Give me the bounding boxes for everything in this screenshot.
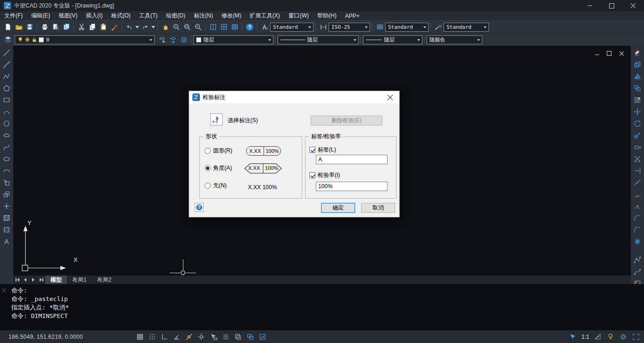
- zoom-window-icon[interactable]: [182, 22, 192, 33]
- linetype-select[interactable]: 随层: [278, 35, 359, 44]
- doc-close-button[interactable]: [618, 50, 625, 57]
- rectangle-tool-icon[interactable]: [2, 96, 11, 104]
- break-at-point-tool-icon[interactable]: [633, 179, 642, 186]
- line-tool-icon[interactable]: [2, 49, 11, 57]
- mtext-tool-icon[interactable]: [2, 238, 11, 245]
- minimize-button[interactable]: [579, 0, 601, 11]
- doc-restore-button[interactable]: [605, 50, 613, 57]
- edit-spline-tool-icon[interactable]: [633, 268, 642, 276]
- annotation-visibility-icon[interactable]: [569, 333, 577, 341]
- isolate-objects-icon[interactable]: [606, 333, 615, 341]
- save-icon[interactable]: [24, 22, 35, 33]
- paste-icon[interactable]: [98, 22, 108, 33]
- offset-tool-icon[interactable]: [633, 84, 642, 92]
- dim-style-select[interactable]: ISO-25: [329, 23, 370, 32]
- mirror-tool-icon[interactable]: [633, 73, 642, 80]
- selection-cycling-toggle-icon[interactable]: [246, 333, 255, 341]
- lineweight-select[interactable]: 随层: [363, 35, 422, 44]
- label-checkbox-row[interactable]: 标签(L): [309, 146, 336, 154]
- circle-tool-icon[interactable]: [2, 120, 11, 127]
- print-preview-icon[interactable]: [50, 22, 61, 33]
- array-tool-icon[interactable]: [633, 96, 642, 104]
- plot-style-select[interactable]: 随颜色: [427, 35, 482, 44]
- extend-tool-icon[interactable]: [633, 167, 642, 175]
- chamfer-tool-icon[interactable]: [633, 214, 642, 222]
- angular-radio[interactable]: [205, 165, 211, 171]
- rate-checkbox[interactable]: [309, 172, 315, 178]
- menu-view[interactable]: 视图(V): [54, 11, 82, 20]
- layer-properties-icon[interactable]: [2, 34, 13, 45]
- menu-app-plus[interactable]: APP+: [341, 11, 364, 20]
- revision-cloud-tool-icon[interactable]: [2, 132, 11, 139]
- open-folder-icon[interactable]: [13, 22, 24, 33]
- command-close-icon[interactable]: [2, 287, 6, 294]
- shape-angular-option[interactable]: 角度(A): [205, 164, 232, 172]
- pan-icon[interactable]: [160, 22, 171, 33]
- settings-gear-icon[interactable]: [619, 333, 627, 341]
- insert-block-tool-icon[interactable]: [2, 179, 11, 186]
- region-tool-icon[interactable]: [2, 226, 11, 234]
- undo-icon[interactable]: [124, 22, 134, 33]
- trim-tool-icon[interactable]: [633, 155, 642, 163]
- rotate-tool-icon[interactable]: [633, 120, 642, 127]
- ellipse-tool-icon[interactable]: [2, 155, 11, 163]
- text-style-select[interactable]: Standard: [270, 23, 314, 32]
- select-dimensions-button[interactable]: [210, 113, 223, 125]
- dialog-help-button[interactable]: ?: [195, 203, 204, 212]
- point-tool-icon[interactable]: [2, 202, 11, 210]
- close-button[interactable]: [622, 0, 644, 11]
- viewport-single-icon[interactable]: [207, 22, 218, 33]
- none-radio[interactable]: [205, 183, 211, 189]
- prev-tab-button[interactable]: [21, 276, 29, 284]
- dialog-close-button[interactable]: [380, 91, 399, 103]
- menu-express[interactable]: 扩展工具(X): [246, 11, 284, 20]
- viewport-grid-icon[interactable]: [218, 22, 229, 33]
- menu-edit[interactable]: 编辑(E): [27, 11, 54, 20]
- rate-checkbox-row[interactable]: 检验率(I): [309, 171, 340, 179]
- menu-file[interactable]: 文件(F): [0, 11, 27, 20]
- fillet-tool-icon[interactable]: [633, 226, 642, 234]
- ortho-toggle-icon[interactable]: [160, 333, 169, 341]
- tab-model[interactable]: 模型: [45, 276, 67, 284]
- tab-layout2[interactable]: 布局2: [92, 276, 117, 284]
- mleader-style-select[interactable]: Standard: [444, 23, 489, 32]
- ellipse-arc-tool-icon[interactable]: [2, 167, 11, 175]
- clean-screen-icon[interactable]: [632, 333, 640, 341]
- stretch-tool-icon[interactable]: [633, 143, 642, 151]
- menu-format[interactable]: 格式(O): [107, 11, 135, 20]
- menu-draw[interactable]: 绘图(D): [162, 11, 190, 20]
- menu-modify[interactable]: 修改(M): [217, 11, 246, 20]
- join-tool-icon[interactable]: [633, 202, 642, 210]
- rate-value-input[interactable]: [316, 182, 388, 191]
- last-tab-button[interactable]: [37, 276, 45, 284]
- shape-round-option[interactable]: 圆形(R): [205, 147, 232, 155]
- hatch-tool-icon[interactable]: [2, 214, 11, 222]
- help-icon[interactable]: ?: [244, 22, 255, 33]
- spline-tool-icon[interactable]: [2, 143, 11, 151]
- snap-toggle-icon[interactable]: [148, 333, 157, 341]
- object-snap-toggle-icon[interactable]: [185, 333, 193, 341]
- cut-icon[interactable]: [76, 22, 87, 33]
- undo-dropdown-icon[interactable]: [134, 22, 140, 33]
- layer-select[interactable]: 0: [15, 35, 155, 44]
- lineweight-toggle-icon[interactable]: [222, 333, 230, 341]
- move-tool-icon[interactable]: [633, 108, 642, 116]
- publish-icon[interactable]: [61, 22, 72, 33]
- annotation-monitor-toggle-icon[interactable]: [258, 333, 267, 341]
- redo-icon[interactable]: [140, 22, 150, 33]
- match-properties-icon[interactable]: [108, 22, 119, 33]
- plot-icon[interactable]: [39, 22, 50, 33]
- explode-tool-icon[interactable]: [633, 238, 642, 245]
- remove-inspection-button[interactable]: 删除检验(E): [311, 116, 382, 125]
- command-line-window[interactable]: 命令: 命令: _pasteclip 指定插入点: *取消* 命令: DIMIN…: [0, 284, 644, 330]
- menu-help[interactable]: 帮助(H): [313, 11, 341, 20]
- polar-tracking-toggle-icon[interactable]: [173, 333, 181, 341]
- copy-object-tool-icon[interactable]: [633, 61, 642, 68]
- dynamic-input-toggle-icon[interactable]: [209, 333, 218, 341]
- polygon-tool-icon[interactable]: [2, 84, 11, 92]
- object-snap-tracking-toggle-icon[interactable]: [197, 333, 206, 341]
- polyline-tool-icon[interactable]: [2, 73, 11, 80]
- label-value-input[interactable]: [316, 155, 388, 164]
- zoom-previous-icon[interactable]: [192, 22, 203, 33]
- new-file-icon[interactable]: [2, 22, 13, 33]
